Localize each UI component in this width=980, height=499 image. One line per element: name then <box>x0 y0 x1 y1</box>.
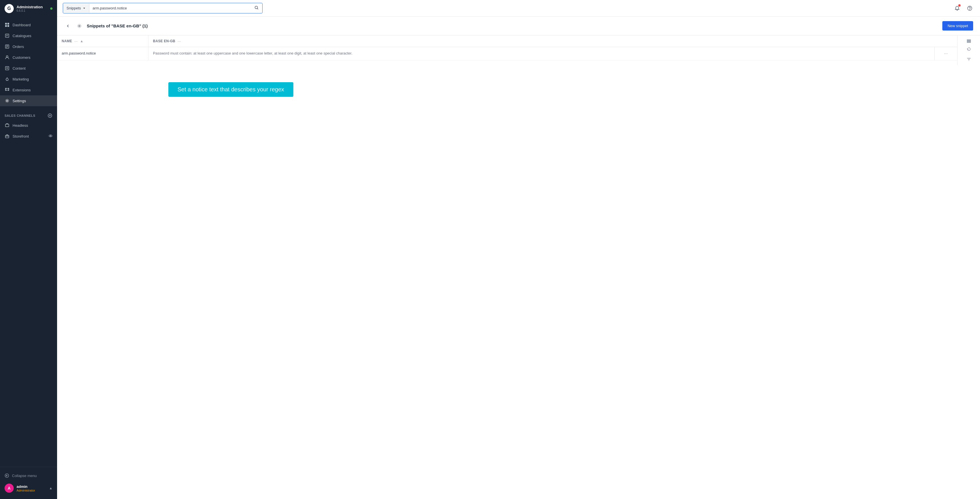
sidebar-item-customers[interactable]: Customers <box>0 52 57 63</box>
brand-area: G Administration 6.6.0.1 <box>0 0 57 17</box>
svg-point-18 <box>79 25 80 26</box>
sidebar-bottom: Collapse menu A admin Administrator ▲ <box>0 467 57 499</box>
table-header: Name ··· ▲ BASE en-GB ··· <box>57 35 957 47</box>
marketing-label: Marketing <box>13 77 29 81</box>
main-area: Snippets <box>57 0 980 499</box>
dashboard-icon <box>5 22 10 27</box>
user-avatar: A <box>5 483 14 493</box>
sidebar-item-dashboard[interactable]: Dashboard <box>0 19 57 30</box>
page-header-left: Snippets of "BASE en-GB" (1) <box>64 22 148 30</box>
right-actions-panel <box>957 35 980 65</box>
col-header-lang: BASE en-GB ··· <box>148 35 957 47</box>
main-nav: Dashboard Catalogues Orders Customers Co… <box>0 17 57 108</box>
snippets-table: Name ··· ▲ BASE en-GB ··· arm.password.n… <box>57 35 980 65</box>
svg-rect-0 <box>5 23 7 24</box>
online-status-dot <box>50 8 52 10</box>
row-options-button[interactable]: ··· <box>944 51 948 56</box>
sidebar-item-storefront[interactable]: Storefront <box>0 131 57 142</box>
sidebar-item-catalogues[interactable]: Catalogues <box>0 30 57 41</box>
orders-label: Orders <box>13 45 24 49</box>
search-input[interactable] <box>89 4 251 13</box>
user-initial: A <box>8 486 11 490</box>
svg-point-8 <box>6 100 8 102</box>
sidebar-item-headless[interactable]: Headless <box>0 120 57 131</box>
search-dropdown-label: Snippets <box>67 6 81 10</box>
svg-rect-11 <box>5 136 9 138</box>
customers-label: Customers <box>13 56 30 60</box>
headless-icon <box>5 123 10 128</box>
add-sales-channel-icon[interactable] <box>48 113 52 118</box>
svg-point-17 <box>970 9 970 10</box>
help-button[interactable] <box>965 4 974 13</box>
headless-label: Headless <box>13 123 28 128</box>
col-name-sort-icon[interactable]: ▲ <box>80 39 83 43</box>
back-button[interactable] <box>64 22 72 30</box>
notification-dot <box>958 4 961 6</box>
extensions-icon <box>5 88 10 92</box>
search-submit-button[interactable] <box>251 3 262 13</box>
svg-rect-20 <box>967 41 970 41</box>
orders-icon <box>5 44 10 49</box>
sidebar-item-marketing[interactable]: Marketing <box>0 74 57 84</box>
extensions-label: Extensions <box>13 88 31 92</box>
search-type-dropdown[interactable]: Snippets <box>63 4 89 13</box>
cell-row-actions: ··· <box>934 47 957 60</box>
list-view-button[interactable] <box>967 39 971 43</box>
svg-rect-1 <box>8 23 9 24</box>
notifications-button[interactable] <box>953 4 962 13</box>
svg-point-12 <box>49 135 52 137</box>
svg-rect-21 <box>967 42 970 43</box>
content-icon <box>5 65 10 71</box>
dashboard-label: Dashboard <box>13 23 31 27</box>
sidebar-item-orders[interactable]: Orders <box>0 41 57 52</box>
topbar: Snippets <box>57 0 980 17</box>
user-menu-chevron-icon[interactable]: ▲ <box>49 486 52 490</box>
collapse-menu-label: Collapse menu <box>12 473 37 478</box>
catalogue-icon <box>5 33 10 38</box>
brand-logo: G <box>5 4 14 13</box>
user-section: A admin Administrator ▲ <box>0 481 57 496</box>
brand-logo-letter: G <box>8 6 11 11</box>
sales-channels-section: Sales Channels <box>0 108 57 120</box>
sidebar-item-extensions[interactable]: Extensions <box>0 84 57 95</box>
col-name-label: Name <box>62 39 72 43</box>
cell-snippet-name: arm.password.notice <box>57 47 148 60</box>
filter-button[interactable] <box>967 57 971 62</box>
sales-channels-title: Sales Channels <box>5 114 35 117</box>
table-row: arm.password.notice Password must contai… <box>57 47 957 61</box>
sidebar-item-content[interactable]: Content <box>0 63 57 74</box>
storefront-visibility-icon[interactable] <box>49 134 52 139</box>
brand-info: Administration 6.6.0.1 <box>17 5 48 12</box>
settings-label: Settings <box>13 99 26 103</box>
col-lang-options[interactable]: ··· <box>178 39 181 43</box>
search-container: Snippets <box>63 3 262 13</box>
user-info: admin Administrator <box>17 485 46 492</box>
storefront-icon <box>5 134 10 139</box>
topbar-right <box>953 4 974 13</box>
collapse-menu-button[interactable]: Collapse menu <box>0 470 57 481</box>
col-name-options[interactable]: ··· <box>75 39 78 43</box>
content-area: Snippets of "BASE en-GB" (1) New snippet… <box>57 17 980 499</box>
cell-snippet-value: Password must contain: at least one uppe… <box>148 47 934 60</box>
page-title: Snippets of "BASE en-GB" (1) <box>87 24 148 28</box>
sidebar-item-settings[interactable]: Settings <box>0 95 57 106</box>
svg-rect-4 <box>5 34 9 37</box>
settings-icon <box>5 98 10 104</box>
customers-icon <box>5 55 10 60</box>
new-snippet-button[interactable]: New snippet <box>942 21 973 30</box>
reset-button[interactable] <box>967 47 971 51</box>
col-header-name: Name ··· ▲ <box>57 35 148 47</box>
brand-name: Administration <box>17 5 48 9</box>
svg-rect-19 <box>967 40 970 40</box>
svg-point-15 <box>255 6 258 9</box>
svg-point-6 <box>6 56 8 57</box>
marketing-icon <box>5 77 10 81</box>
page-header: Snippets of "BASE en-GB" (1) New snippet <box>57 17 980 35</box>
page-settings-button[interactable] <box>75 22 83 30</box>
svg-rect-10 <box>5 124 9 127</box>
tooltip-banner: Set a notice text that describes your re… <box>169 82 293 97</box>
user-name: admin <box>17 485 46 489</box>
svg-point-13 <box>50 136 51 136</box>
svg-rect-2 <box>5 25 7 27</box>
svg-rect-3 <box>8 25 9 27</box>
